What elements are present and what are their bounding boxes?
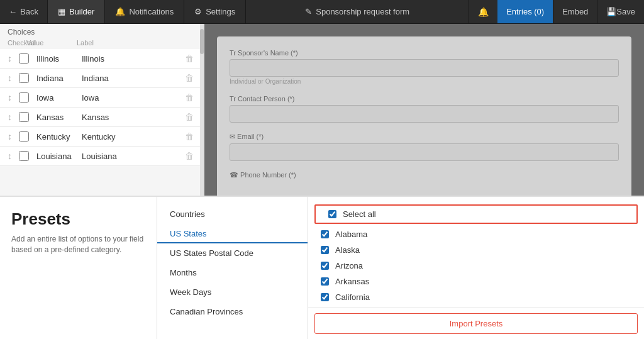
preset-option-california[interactable]: California — [308, 289, 644, 305]
scrollbar-thumb — [200, 29, 204, 54]
drag-handle-icon[interactable]: ↕ — [8, 112, 19, 122]
builder-tab[interactable]: ▦ Builder — [48, 0, 105, 23]
drag-handle-icon[interactable]: ↕ — [8, 53, 19, 64]
row-checkbox[interactable] — [19, 112, 29, 122]
table-row: ↕ Kentucky Kentucky 🗑 — [0, 127, 204, 147]
builder-label: Builder — [69, 7, 94, 16]
email-label: ✉ Email (*) — [230, 133, 619, 141]
builder-icon: ▦ — [58, 7, 65, 16]
entries-label: Entries (0) — [506, 7, 544, 16]
option-label-arizona: Arizona — [335, 261, 363, 270]
preset-option-arizona[interactable]: Arizona — [308, 258, 644, 274]
option-label-alaska: Alaska — [335, 245, 360, 255]
contact-input[interactable] — [230, 105, 619, 123]
table-row: ↕ Iowa Iowa 🗑 — [0, 88, 204, 108]
preset-category-week-days[interactable]: Week Days — [157, 282, 308, 302]
drag-handle-icon[interactable]: ↕ — [8, 151, 19, 161]
row-checkbox[interactable] — [19, 73, 29, 83]
choices-header-text: Choices — [8, 28, 35, 36]
preset-option-arkansas[interactable]: Arkansas — [308, 274, 644, 289]
email-field: ✉ Email (*) — [230, 133, 619, 161]
row-label: Iowa — [82, 93, 182, 103]
option-checkbox-california[interactable] — [321, 293, 329, 301]
form-title-area: ✎ Sponsorship request form — [246, 7, 469, 16]
delete-icon[interactable]: 🗑 — [182, 91, 196, 104]
notifications-tab[interactable]: 🔔 Notifications — [105, 0, 184, 23]
delete-icon[interactable]: 🗑 — [182, 52, 196, 65]
col-value-label: Value — [26, 39, 77, 47]
row-value: Indiana — [36, 74, 82, 83]
preset-option-alabama[interactable]: Alabama — [308, 226, 644, 242]
row-label: Kansas — [82, 113, 182, 122]
back-arrow-icon: ← — [9, 7, 17, 16]
row-label: Louisiana — [82, 152, 182, 161]
contact-label: Tr Contact Person (*) — [230, 95, 619, 103]
row-label: Illinois — [82, 54, 182, 64]
bell-button[interactable]: 🔔 — [469, 0, 497, 23]
embed-label: Embed — [562, 7, 588, 16]
settings-icon: ⚙ — [194, 7, 202, 16]
contact-field: Tr Contact Person (*) — [230, 95, 619, 123]
preset-option-alaska[interactable]: Alaska — [308, 242, 644, 258]
form-preview: Tr Sponsor's Name (*) Individual or Orga… — [217, 36, 631, 202]
phone-label: ☎ Phone Number (*) — [230, 171, 619, 179]
col-checked-label: Checked — [8, 39, 26, 47]
row-label: Indiana — [82, 74, 182, 83]
option-checkbox-alabama[interactable] — [321, 230, 329, 238]
presets-overlay: Presets Add an entire list of options to… — [0, 196, 644, 339]
row-checkbox[interactable] — [19, 92, 29, 103]
row-checkbox[interactable] — [19, 151, 29, 161]
top-nav: ← Back ▦ Builder 🔔 Notifications ⚙ Setti… — [0, 0, 644, 24]
delete-icon[interactable]: 🗑 — [182, 72, 196, 84]
option-label-california: California — [335, 292, 370, 302]
select-all-item[interactable]: Select all — [314, 204, 638, 224]
import-presets-button[interactable]: Import Presets — [314, 313, 638, 334]
sponsor-input[interactable] — [230, 59, 619, 77]
embed-button[interactable]: Embed — [553, 0, 597, 23]
drag-handle-icon[interactable]: ↕ — [8, 131, 19, 142]
option-checkbox-arizona[interactable] — [321, 262, 329, 270]
presets-options-list[interactable]: Select all Alabama Alaska Arizona Arkans… — [308, 197, 644, 308]
row-value: Kansas — [36, 113, 82, 122]
email-input[interactable] — [230, 143, 619, 161]
choice-rows: ↕ Illinois Illinois 🗑 ↕ Indiana Indiana … — [0, 49, 204, 166]
table-row: ↕ Indiana Indiana 🗑 — [0, 69, 204, 88]
preset-category-us-states-postal[interactable]: US States Postal Code — [157, 243, 308, 263]
save-icon: 💾 — [606, 7, 616, 16]
row-checkbox[interactable] — [19, 53, 29, 64]
preset-category-countries[interactable]: Countries — [157, 204, 308, 224]
choices-columns: Checked Value Label — [0, 39, 204, 49]
drag-handle-icon[interactable]: ↕ — [8, 92, 19, 103]
presets-title: Presets — [11, 209, 145, 229]
form-title-text: Sponsorship request form — [316, 7, 409, 16]
preset-category-us-states[interactable]: US States — [157, 224, 308, 243]
drag-handle-icon[interactable]: ↕ — [8, 73, 19, 83]
back-button[interactable]: ← Back — [0, 0, 48, 23]
option-label-alabama: Alabama — [335, 230, 367, 239]
phone-field: ☎ Phone Number (*) — [230, 171, 619, 179]
preset-category-canadian-provinces[interactable]: Canadian Provinces — [157, 302, 308, 321]
settings-tab[interactable]: ⚙ Settings — [184, 0, 246, 23]
delete-icon[interactable]: 🗑 — [182, 130, 196, 143]
delete-icon[interactable]: 🗑 — [182, 150, 196, 162]
row-value: Illinois — [36, 54, 82, 64]
entries-button[interactable]: Entries (0) — [497, 0, 553, 23]
choices-header: Choices — [0, 24, 204, 39]
preset-category-months[interactable]: Months — [157, 263, 308, 282]
table-row: ↕ Illinois Illinois 🗑 — [0, 49, 204, 69]
save-button[interactable]: 💾 Save — [597, 0, 644, 23]
edit-icon: ✎ — [305, 7, 312, 16]
option-checkbox-alaska[interactable] — [321, 246, 329, 254]
option-checkbox-arkansas[interactable] — [321, 277, 329, 286]
select-all-label: Select all — [343, 209, 376, 219]
delete-icon[interactable]: 🗑 — [182, 111, 196, 123]
sponsor-label: Tr Sponsor's Name (*) — [230, 49, 619, 57]
table-row: ↕ Kansas Kansas 🗑 — [0, 108, 204, 127]
save-label: Save — [616, 7, 635, 16]
select-all-checkbox[interactable] — [328, 210, 336, 218]
row-checkbox[interactable] — [19, 131, 29, 142]
option-label-arkansas: Arkansas — [335, 277, 369, 286]
presets-description: Add an entire list of options to your fi… — [11, 234, 145, 255]
presets-categories: CountriesUS StatesUS States Postal CodeM… — [157, 197, 308, 339]
table-row: ↕ Louisiana Louisiana 🗑 — [0, 147, 204, 166]
